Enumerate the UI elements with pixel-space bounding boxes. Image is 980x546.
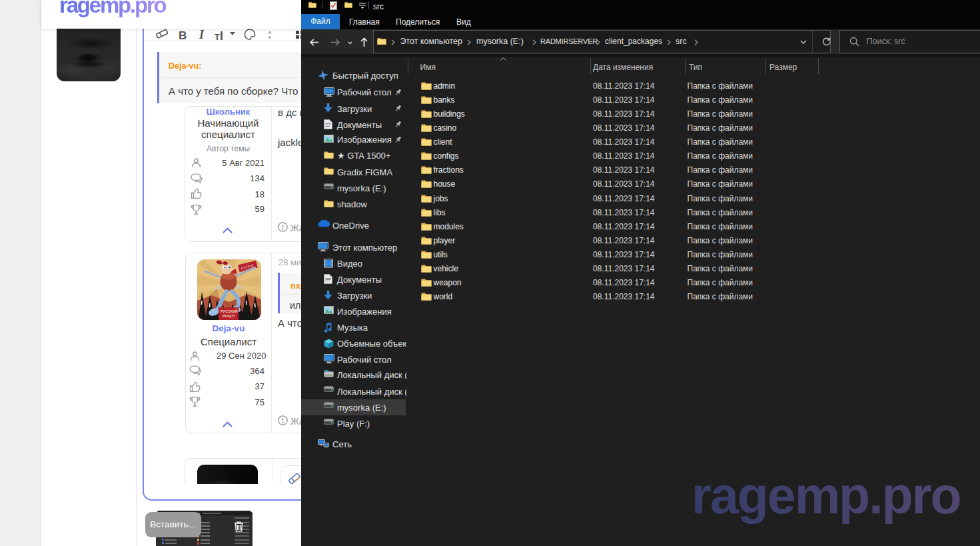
svg-text:РУССКИЙ: РУССКИЙ [221,309,238,313]
svg-text:РОБОТ: РОБОТ [223,314,236,318]
